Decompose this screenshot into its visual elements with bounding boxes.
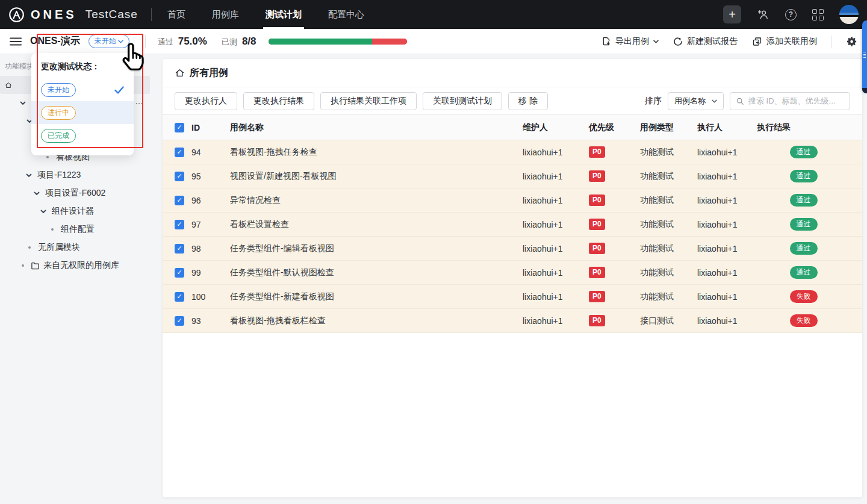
brand-name: ONES <box>31 8 77 22</box>
tree-item-no-module[interactable]: 无所属模块 <box>0 238 163 257</box>
link-to-testplan-button[interactable]: 关联到测试计划 <box>423 92 502 110</box>
row-checkbox[interactable]: ✓ <box>175 244 184 254</box>
row-checkbox[interactable]: ✓ <box>175 220 184 229</box>
table-row[interactable]: ✓ 97 看板栏设置检查 lixiaohui+1 P0 功能测试 lixiaoh… <box>163 213 862 237</box>
sort-select[interactable]: 用例名称 <box>668 92 724 110</box>
table-row[interactable]: ✓ 98 任务类型组件-编辑看板视图 lixiaohui+1 P0 功能测试 l… <box>163 237 862 261</box>
result-badge[interactable]: 通过 <box>790 170 818 182</box>
chevron-down-icon[interactable] <box>33 191 40 196</box>
nav-item-config-center[interactable]: 配置中心 <box>328 0 364 29</box>
topbar-right-actions: + ? <box>723 5 859 24</box>
row-checkbox[interactable]: ✓ <box>175 172 184 181</box>
case-name[interactable]: 看板视图-拖拽任务检查 <box>230 147 523 158</box>
topbar-divider <box>151 8 152 21</box>
remove-button[interactable]: 移 除 <box>508 92 548 110</box>
tree-item-component-designer[interactable]: 组件设计器 <box>0 202 163 220</box>
invite-user-icon[interactable] <box>757 8 769 20</box>
row-checkbox[interactable]: ✓ <box>175 316 184 326</box>
link-result-workitem-button[interactable]: 执行结果关联工作项 <box>320 92 417 110</box>
result-badge[interactable]: 通过 <box>790 146 818 158</box>
sort-label: 排序 <box>645 96 662 107</box>
case-name[interactable]: 任务类型组件-新建看板视图 <box>230 291 523 302</box>
help-icon[interactable]: ? <box>785 9 797 20</box>
case-name[interactable]: 看板视图-拖拽看板栏检查 <box>230 316 523 326</box>
report-refresh-icon <box>673 37 683 46</box>
nav-item-test-plan[interactable]: 测试计划 <box>266 0 302 29</box>
column-header-id[interactable]: ID <box>191 123 230 132</box>
user-avatar[interactable] <box>839 5 859 24</box>
column-header-maintainer[interactable]: 维护人 <box>523 122 589 133</box>
toolbar-right-actions: 导出用例 新建测试报告 添加关联用例 <box>601 36 857 48</box>
status-option-not-started[interactable]: 未开始 <box>31 78 134 101</box>
status-option-completed[interactable]: 已完成 <box>31 124 134 147</box>
chevron-down-icon <box>712 99 717 103</box>
export-cases-button[interactable]: 导出用例 <box>601 36 659 47</box>
table-row[interactable]: ✓ 99 任务类型组件-默认视图检查 lixiaohui+1 P0 功能测试 l… <box>163 261 862 285</box>
result-badge[interactable]: 通过 <box>790 194 818 206</box>
chevron-down-icon[interactable] <box>25 173 33 178</box>
table-row[interactable]: ✓ 100 任务类型组件-新建看板视图 lixiaohui+1 P0 功能测试 … <box>163 285 862 309</box>
edge-feedback-tab[interactable] <box>862 20 867 92</box>
export-file-icon <box>601 36 611 46</box>
result-badge[interactable]: 失败 <box>790 290 818 302</box>
case-name[interactable]: 任务类型组件-编辑看板视图 <box>230 243 523 254</box>
nav-item-case-library[interactable]: 用例库 <box>212 0 239 29</box>
bullet-dot-icon <box>26 246 33 249</box>
settings-gear-icon[interactable] <box>847 36 857 47</box>
column-header-priority[interactable]: 优先级 <box>589 122 640 133</box>
column-header-type[interactable]: 用例类型 <box>640 122 697 133</box>
list-controls: 排序 用例名称 <box>645 92 850 110</box>
case-name[interactable]: 异常情况检查 <box>230 195 523 206</box>
table-row[interactable]: ✓ 94 看板视图-拖拽任务检查 lixiaohui+1 P0 功能测试 lix… <box>163 140 862 164</box>
chevron-down-icon[interactable] <box>19 101 26 105</box>
priority-badge: P0 <box>589 267 605 278</box>
row-checkbox[interactable]: ✓ <box>175 196 184 205</box>
row-checkbox[interactable]: ✓ <box>175 268 184 278</box>
nav-item-home[interactable]: 首页 <box>167 0 185 29</box>
priority-badge: P0 <box>589 146 605 158</box>
tree-item-no-permission-library[interactable]: 来自无权限的用例库 <box>0 257 163 275</box>
case-name[interactable]: 视图设置/新建视图-看板视图 <box>230 171 523 182</box>
column-header-result[interactable]: 执行结果 <box>757 122 850 133</box>
result-badge[interactable]: 通过 <box>790 266 818 278</box>
all-cases-panel: 所有用例 更改执行人 更改执行结果 执行结果关联工作项 关联到测试计划 移 除 … <box>163 59 862 497</box>
tree-item-project-settings-f6002[interactable]: 项目设置-F6002 <box>0 184 163 202</box>
progress-pass-segment <box>269 39 373 45</box>
case-name[interactable]: 看板栏设置检查 <box>230 219 523 230</box>
status-option-in-progress[interactable]: 进行中 <box>31 101 134 124</box>
change-executor-button[interactable]: 更改执行人 <box>175 92 237 110</box>
page-title: 所有用例 <box>190 67 228 79</box>
create-plus-button[interactable]: + <box>723 5 741 23</box>
hamburger-menu-icon[interactable] <box>10 37 22 46</box>
tree-item-component-config[interactable]: 组件配置 <box>0 220 163 238</box>
row-checkbox[interactable]: ✓ <box>175 148 184 157</box>
top-nav: 首页 用例库 测试计划 配置中心 <box>167 0 364 29</box>
folder-icon <box>30 261 40 270</box>
add-linked-cases-button[interactable]: 添加关联用例 <box>752 36 817 47</box>
result-badge[interactable]: 失败 <box>790 314 818 326</box>
plan-status-badge[interactable]: 未开始 <box>89 34 129 48</box>
row-checkbox[interactable]: ✓ <box>175 292 184 302</box>
chevron-down-icon[interactable] <box>40 210 47 214</box>
column-header-executor[interactable]: 执行人 <box>697 122 757 133</box>
new-test-report-button[interactable]: 新建测试报告 <box>673 36 738 47</box>
result-badge[interactable]: 通过 <box>790 218 818 230</box>
priority-badge: P0 <box>589 315 605 326</box>
bullet-dot-icon <box>19 264 26 267</box>
product-name: TestCase <box>85 8 138 21</box>
change-result-button[interactable]: 更改执行结果 <box>243 92 314 110</box>
search-input[interactable] <box>748 96 844 105</box>
table-row[interactable]: ✓ 93 看板视图-拖拽看板栏检查 lixiaohui+1 P0 接口测试 li… <box>163 309 862 333</box>
apps-grid-icon[interactable] <box>812 9 824 20</box>
result-badge[interactable]: 通过 <box>790 242 818 254</box>
tree-item-project-f1223[interactable]: 项目-F1223 <box>0 166 163 184</box>
table-row[interactable]: ✓ 96 异常情况检查 lixiaohui+1 P0 功能测试 lixiaohu… <box>163 188 862 213</box>
bullet-dot-icon <box>49 228 56 231</box>
select-all-checkbox[interactable]: ✓ <box>175 123 184 132</box>
table-row[interactable]: ✓ 95 视图设置/新建视图-看板视图 lixiaohui+1 P0 功能测试 … <box>163 164 862 188</box>
pass-rate-value: 75.0% <box>178 36 207 48</box>
column-header-name[interactable]: 用例名称 <box>230 122 523 133</box>
search-box[interactable] <box>730 92 850 110</box>
case-name[interactable]: 任务类型组件-默认视图检查 <box>230 267 523 278</box>
progress-fail-segment <box>372 39 407 45</box>
